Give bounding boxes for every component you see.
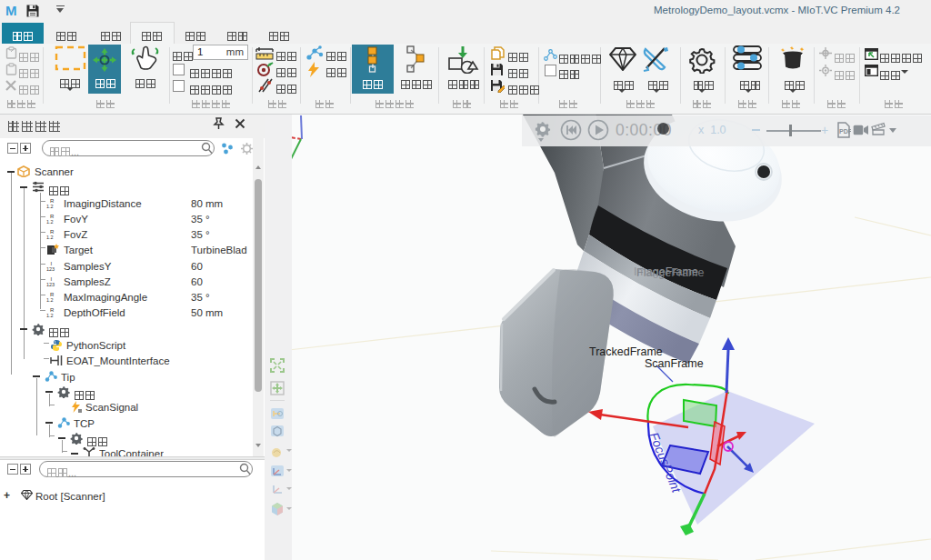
svg-text:TrackedFrame: TrackedFrame: [589, 345, 663, 358]
svg-text:1.2: 1.2: [46, 204, 54, 209]
svg-text:123: 123: [46, 282, 55, 287]
svg-text:123: 123: [46, 266, 55, 272]
svg-text:ScanFrame: ScanFrame: [645, 357, 704, 370]
svg-text:1.2: 1.2: [46, 235, 54, 240]
svg-text:1.2: 1.2: [46, 297, 54, 303]
svg-text:1.2: 1.2: [46, 219, 54, 225]
svg-text:1.2: 1.2: [46, 313, 54, 318]
svg-text:FlangeFrame: FlangeFrame: [636, 266, 704, 279]
